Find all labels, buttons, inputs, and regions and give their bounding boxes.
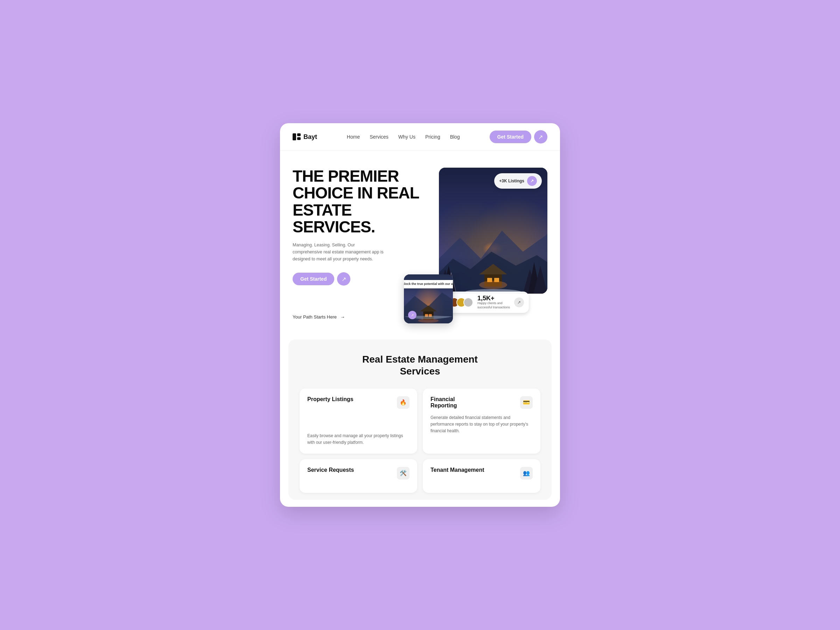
- hero-title: THE PREMIER CHOICE IN REAL ESTATE SERVIC…: [293, 167, 431, 235]
- svg-point-4: [479, 281, 507, 289]
- property-listings-title: Property Listings: [307, 396, 354, 403]
- property-listings-desc: Easily browse and manage all your proper…: [307, 433, 409, 446]
- tenant-management-title: Tenant Management: [431, 467, 485, 473]
- service-requests-header: Service Requests 🛠️: [307, 467, 409, 480]
- service-card-service-requests: Service Requests 🛠️: [300, 459, 417, 493]
- hero-arrow-icon: ↗: [342, 276, 346, 283]
- hero-section: THE PREMIER CHOICE IN REAL ESTATE SERVIC…: [280, 151, 560, 333]
- nav-arrow-button[interactable]: ↗: [534, 130, 547, 144]
- nav-item-why-us[interactable]: Why Us: [398, 134, 415, 140]
- scenery-svg: [439, 218, 547, 294]
- clients-info: 1,5K+ Happy clients andsuccessful transa…: [477, 295, 510, 309]
- services-section: Real Estate ManagementServices Property …: [288, 339, 552, 500]
- financial-reporting-icon: 💳: [520, 396, 533, 409]
- hero-get-started-button[interactable]: Get Started: [293, 273, 334, 285]
- arrow-icon: ↗: [538, 134, 543, 141]
- small-image-card: Unlock the true potential with our app ↗: [404, 275, 453, 324]
- unlock-tooltip: Unlock the true potential with our app: [404, 280, 453, 288]
- avatar-3: [463, 297, 473, 307]
- service-requests-title: Service Requests: [307, 467, 354, 473]
- nav-item-services[interactable]: Services: [369, 134, 388, 140]
- listings-arrow-icon: ↗: [527, 176, 537, 186]
- listings-text: +3K Listings: [499, 178, 524, 183]
- listings-badge: +3K Listings ↗: [494, 173, 542, 189]
- nav-item-pricing[interactable]: Pricing: [425, 134, 440, 140]
- services-grid: Property Listings 🔥 Easily browse and ma…: [300, 388, 540, 453]
- clients-label: Happy clients andsuccessful transactions: [477, 302, 510, 309]
- service-requests-icon: 🛠️: [397, 467, 409, 480]
- financial-reporting-title: FinancialReporting: [431, 396, 457, 409]
- brand-name: Bayt: [303, 133, 317, 141]
- path-arrow-icon: →: [340, 314, 345, 319]
- services-title: Real Estate ManagementServices: [300, 354, 540, 377]
- service-card-tenant-management: Tenant Management 👥: [423, 459, 540, 493]
- small-image-inner: Unlock the true potential with our app ↗: [404, 275, 453, 324]
- nav-actions: Get Started ↗: [489, 130, 547, 144]
- logo-icon: [293, 133, 301, 141]
- path-label: Your Path Starts Here: [293, 314, 337, 319]
- nav-item-home[interactable]: Home: [347, 134, 360, 140]
- services-bottom-row: Service Requests 🛠️ Tenant Management 👥: [300, 459, 540, 493]
- financial-reporting-desc: Generate detailed financial statements a…: [431, 414, 533, 435]
- clients-badge: 1,5K+ Happy clients andsuccessful transa…: [445, 292, 529, 313]
- unlock-text: Unlock the true potential with our app: [404, 282, 453, 286]
- card-spacer: [307, 414, 409, 428]
- hero-arrow-button[interactable]: ↗: [337, 272, 351, 286]
- property-listings-icon: 🔥: [397, 396, 409, 409]
- tenant-management-icon: 👥: [520, 467, 533, 480]
- service-card-header: Property Listings 🔥: [307, 396, 409, 409]
- hero-main-image: +3K Listings ↗: [439, 167, 547, 294]
- nav-item-blog[interactable]: Blog: [450, 134, 460, 140]
- service-card-header-2: FinancialReporting 💳: [431, 396, 533, 409]
- hero-description: Managing. Leasing. Selling. Our comprehe…: [293, 242, 384, 262]
- app-window: Bayt Home Services Why Us Pricing Blog G…: [280, 123, 560, 507]
- clients-count: 1,5K+: [477, 295, 510, 302]
- navbar: Bayt Home Services Why Us Pricing Blog G…: [280, 123, 560, 151]
- service-card-property-listings: Property Listings 🔥 Easily browse and ma…: [300, 388, 417, 453]
- tenant-management-header: Tenant Management 👥: [431, 467, 533, 480]
- hero-right: +3K Listings ↗ 1,5K+ Happy clients andsu…: [439, 167, 547, 320]
- svg-point-17: [418, 319, 439, 323]
- clients-nav-button[interactable]: ↗: [514, 297, 524, 307]
- clients-avatars: [449, 297, 473, 307]
- nav-links: Home Services Why Us Pricing Blog: [347, 134, 460, 140]
- logo[interactable]: Bayt: [293, 133, 317, 141]
- service-card-financial-reporting: FinancialReporting 💳 Generate detailed f…: [423, 388, 540, 453]
- nav-get-started-button[interactable]: Get Started: [489, 131, 531, 143]
